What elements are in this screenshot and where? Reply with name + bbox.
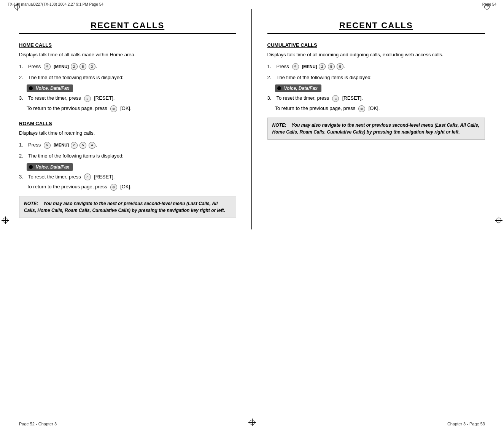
- roam-calls-heading: ROAM CALLS: [19, 121, 236, 126]
- page-wrapper: TX-130 manual0227(TX-130) 2004.2.27 9:1 …: [0, 0, 504, 433]
- footer-right: Chapter 3 - Page 53: [447, 422, 485, 426]
- footer-left: Page 52 - Chapter 3: [19, 422, 57, 426]
- reg-mark-mid-right: [495, 216, 502, 224]
- key-5-roam: 5: [79, 142, 86, 149]
- key-2-cum: 2: [319, 63, 326, 70]
- roam-calls-section: ROAM CALLS Displays talk time of roaming…: [19, 121, 236, 218]
- menu-label-roam: [MENU]: [52, 143, 69, 147]
- roam-note-text: You may also navigate to the next or pre…: [24, 201, 225, 213]
- reset-key-cum: ⌂: [332, 95, 339, 102]
- home-step-2: 2. The time of the following items is di…: [19, 74, 236, 82]
- ok-key-roam: ⊚: [110, 184, 117, 191]
- right-column: RECENT CALLS CUMULATIVE CALLS Displays t…: [252, 9, 504, 229]
- key-5-home1: 5: [79, 63, 86, 70]
- home-calls-body: Displays talk time of all calls made wit…: [19, 51, 236, 59]
- top-header: TX-130 manual0227(TX-130) 2004.2.27 9:1 …: [0, 0, 504, 9]
- key-5a-cum: 5: [328, 63, 335, 70]
- cumulative-step-2: 2. The time of the following items is di…: [267, 74, 485, 82]
- roam-calls-body: Displays talk time of roaming calls.: [19, 129, 236, 137]
- roam-note-box: NOTE: You may also navigate to the next …: [19, 196, 236, 218]
- right-section-title: RECENT CALLS: [267, 21, 485, 34]
- reset-key-roam: ⌂: [84, 174, 91, 180]
- key-3-home1: 3: [89, 63, 95, 70]
- roam-step-3: 3. To reset the timer, press ⌂ [RESET]. …: [19, 173, 236, 191]
- reg-mark-top-left: [13, 3, 21, 11]
- cumulative-note-box: NOTE: You may also navigate to the next …: [267, 118, 485, 140]
- reset-key-home: ⌂: [84, 95, 91, 102]
- cumulative-calls-heading: CUMULATIVE CALLS: [267, 42, 485, 48]
- menu-key-roam: ⊙: [44, 142, 51, 149]
- cumulative-bullet-1: Voice, Data/Fax: [275, 84, 321, 92]
- home-calls-heading: HOME CALLS: [19, 42, 236, 48]
- roam-step-1: 1. Press ⊙ [MENU] 2 5 4.: [19, 141, 236, 149]
- roam-step-2: 2. The time of the following items is di…: [19, 152, 236, 160]
- home-step-1: 1. Press ⊙ [MENU] 2 5 3.: [19, 63, 236, 71]
- reg-mark-top-right: [483, 3, 491, 11]
- bullet-dot-roam: [29, 165, 33, 169]
- cumulative-step-1: 1. Press ⊙ [MENU] 2 5 5.: [267, 63, 485, 71]
- key-2-home1: 2: [71, 63, 78, 70]
- key-4-roam: 4: [89, 142, 95, 149]
- ok-key-home: ⊚: [110, 105, 117, 112]
- home-calls-section: HOME CALLS Displays talk time of all cal…: [19, 42, 236, 112]
- left-section-title: RECENT CALLS: [19, 21, 236, 34]
- main-columns: RECENT CALLS HOME CALLS Displays talk ti…: [0, 9, 504, 229]
- key-2-roam: 2: [71, 142, 78, 149]
- ok-key-cum: ⊚: [358, 105, 365, 112]
- reg-mark-mid-left: [2, 216, 9, 224]
- menu-key-cum: ⊙: [292, 63, 299, 70]
- cumulative-calls-body: Displays talk time of all incoming and o…: [267, 51, 485, 59]
- menu-key-home1: ⊙: [44, 63, 51, 70]
- bullet-dot-cum: [277, 86, 281, 90]
- menu-label-home1: [MENU]: [52, 64, 69, 69]
- reg-mark-bottom: [248, 419, 256, 426]
- roam-bullet-1: Voice, Data/Fax: [27, 163, 73, 171]
- cumulative-note-label: NOTE:: [272, 123, 290, 128]
- home-bullet-1: Voice, Data/Fax: [27, 84, 73, 92]
- cumulative-note-text: You may also navigate to the next or pre…: [272, 123, 480, 135]
- file-info: TX-130 manual0227(TX-130) 2004.2.27 9:1 …: [8, 2, 103, 6]
- bullet-dot: [29, 86, 33, 90]
- left-column: RECENT CALLS HOME CALLS Displays talk ti…: [0, 9, 252, 229]
- roam-note-label: NOTE:: [24, 201, 42, 206]
- key-5b-cum: 5: [337, 63, 343, 70]
- cumulative-calls-section: CUMULATIVE CALLS Displays talk time of a…: [267, 42, 485, 140]
- cumulative-step-3: 3. To reset the timer, press ⌂ [RESET]. …: [267, 94, 485, 112]
- home-step-3: 3. To reset the timer, press ⌂ [RESET]. …: [19, 94, 236, 112]
- menu-label-cum: [MENU]: [301, 64, 317, 69]
